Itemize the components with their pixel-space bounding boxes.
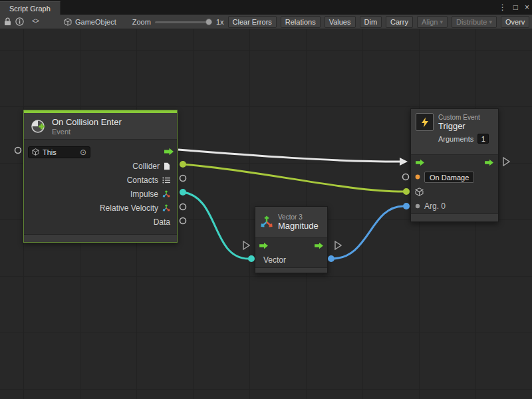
info-icon[interactable] [15,16,24,28]
lock-icon[interactable] [4,16,11,28]
wire-collider-to-target[interactable] [183,164,404,192]
zoom-label: Zoom [132,18,151,26]
tab-label: Script Graph [9,5,51,13]
code-icon[interactable]: <> [32,16,39,28]
port-vector-input[interactable] [248,255,255,262]
zoom-slider-track [155,21,212,23]
flow-hint-triangle-left [243,241,249,249]
values-button[interactable]: Values [325,16,356,28]
close-icon[interactable]: × [525,3,529,12]
port-contacts-output[interactable] [180,176,186,182]
dim-button[interactable]: Dim [360,16,382,28]
maximize-icon[interactable]: □ [513,3,518,12]
flow-hint-triangle-right [335,241,341,249]
tab-strip: Script Graph ⋮ □ × [0,0,532,15]
relations-button[interactable]: Relations [281,16,321,28]
port-this-input[interactable] [15,148,21,154]
kebab-menu-icon[interactable]: ⋮ [499,3,507,12]
graph-toolbar: <> GameObject Zoom 1x Clear Errors Relat… [0,15,532,29]
port-collider-output[interactable] [180,161,186,168]
wire-magnitude-to-arg0[interactable] [332,206,404,259]
zoom-slider[interactable] [155,18,212,26]
wire-impulse-to-vector[interactable] [183,192,249,259]
chevron-down-icon: ▾ [489,19,492,25]
port-data-output[interactable] [180,218,186,224]
distribute-dropdown[interactable]: Distribute ▾ [452,16,497,28]
chevron-down-icon: ▾ [440,19,443,25]
cube-icon [64,18,72,26]
port-impulse-output[interactable] [180,189,186,196]
clear-errors-button[interactable]: Clear Errors [228,16,277,28]
zoom-slider-handle[interactable] [205,19,212,25]
port-event-name-input[interactable] [403,174,409,180]
gameobject-label: GameObject [75,18,116,26]
port-magnitude-output[interactable] [328,255,334,262]
overview-button[interactable]: Overv [501,16,529,28]
gameobject-context[interactable]: GameObject [64,18,116,26]
carry-button[interactable]: Carry [386,16,413,28]
script-graph-window: Script Graph ⋮ □ × <> [0,0,532,399]
zoom-value: 1x [216,18,224,26]
tab-script-graph[interactable]: Script Graph [0,1,61,15]
wire-flow-arrowhead [400,158,408,166]
align-dropdown[interactable]: Align ▾ [417,16,448,28]
port-arg0-input[interactable] [403,203,410,209]
port-relative-velocity-output[interactable] [180,204,186,210]
flow-hint-triangle-trigger-out [503,158,509,166]
wire-flow-control[interactable] [178,150,400,162]
graph-canvas[interactable]: On Collision Enter Event This ⊙ [0,29,532,399]
port-target-input[interactable] [403,188,410,195]
